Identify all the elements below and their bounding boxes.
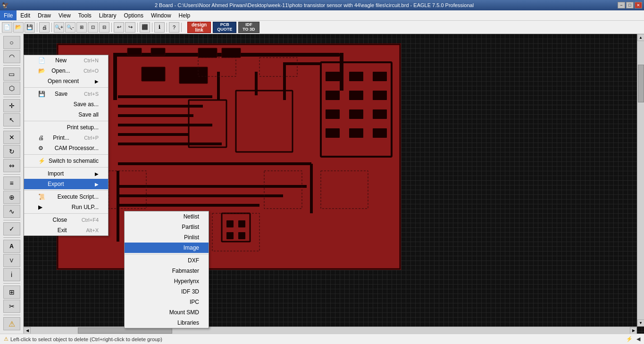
zoom-in-button[interactable]: 🔍+ <box>54 22 64 33</box>
export-ipc[interactable]: IPC <box>125 297 209 307</box>
design-link-button[interactable]: designlink <box>187 22 211 33</box>
open-shortcut: Ctrl+O <box>84 68 99 74</box>
menu-options[interactable]: Options <box>120 10 147 20</box>
info-tool[interactable]: i <box>3 268 20 281</box>
export-fabmaster[interactable]: Fabmaster <box>125 266 209 276</box>
value-tool[interactable]: V <box>3 254 20 267</box>
canvas-area[interactable]: 📄 New Ctrl+N 📂 Open... Ctrl+O Open recen… <box>24 34 644 334</box>
rotate-tool[interactable]: ↻ <box>3 145 20 158</box>
menu-edit[interactable]: Edit <box>17 10 34 20</box>
help-button[interactable]: ? <box>169 22 179 33</box>
warn-indicator[interactable]: ⚠ <box>3 317 20 330</box>
move-tool[interactable]: ✛ <box>3 99 20 112</box>
circle-tool[interactable]: ○ <box>3 36 20 49</box>
menu-file-exit[interactable]: Exit Alt+X <box>24 225 108 235</box>
fabmaster-label: Fabmaster <box>172 268 199 274</box>
export-netlist[interactable]: Netlist <box>125 211 209 222</box>
close-label: Close <box>52 217 67 223</box>
menu-file-close[interactable]: Close Ctrl+F4 <box>24 215 108 225</box>
export-image[interactable]: Image <box>125 243 209 253</box>
menu-file-print[interactable]: 🖨 Print... Ctrl+P <box>24 133 108 143</box>
pcb-quote-button[interactable]: PCBQUOTE <box>213 22 236 33</box>
zoom-actual-button[interactable]: ⊡ <box>88 22 98 33</box>
arc-tool[interactable]: ◠ <box>3 50 20 63</box>
svg-rect-6 <box>222 48 241 58</box>
menu-file-print-setup[interactable]: Print setup... <box>24 122 108 133</box>
undo-button[interactable]: ↩ <box>114 22 124 33</box>
ipc-label: IPC <box>190 299 199 305</box>
drc-tool[interactable]: ✓ <box>3 222 20 235</box>
vertical-scrollbar[interactable]: ▲ ▼ <box>637 34 644 327</box>
menu-tools[interactable]: Tools <box>75 10 95 20</box>
group-tool[interactable]: ⊞ <box>3 285 20 299</box>
maximize-button[interactable]: □ <box>626 2 634 8</box>
cut-tool[interactable]: ✂ <box>3 300 20 313</box>
menu-file-cam[interactable]: ⚙ CAM Processor... <box>24 143 108 153</box>
menu-file-open[interactable]: 📂 Open... Ctrl+O <box>24 66 108 76</box>
export-idf3d[interactable]: IDF 3D <box>125 286 209 297</box>
status-lightning-icon: ⚡ <box>626 336 633 342</box>
export-hyperlynx[interactable]: Hyperlynx <box>125 276 209 286</box>
menu-file-new[interactable]: 📄 New Ctrl+N <box>24 55 108 66</box>
export-partlist[interactable]: Partlist <box>125 222 209 232</box>
via-tool[interactable]: ⊕ <box>3 191 20 204</box>
new-button[interactable]: 📄 <box>2 22 12 33</box>
menu-draw[interactable]: Draw <box>34 10 55 20</box>
hscroll-track[interactable] <box>31 327 630 334</box>
horizontal-scrollbar[interactable]: ◀ ▶ <box>24 327 637 334</box>
open-button[interactable]: 📂 <box>13 22 24 33</box>
idf-3d-button[interactable]: IDFTO 3D <box>238 22 259 33</box>
rect-tool[interactable]: ▭ <box>3 67 20 81</box>
menu-file-switch-schematic[interactable]: ⚡ Switch to schematic <box>24 156 108 166</box>
close-button[interactable]: ✕ <box>635 2 642 8</box>
print-button[interactable]: 🖨 <box>39 22 50 33</box>
menu-file-execute-script[interactable]: 📜 Execute Script... <box>24 192 108 202</box>
vscroll-down[interactable]: ▼ <box>637 319 644 327</box>
vscroll-track[interactable] <box>638 41 644 319</box>
export-arrow: ▶ <box>95 182 99 187</box>
window-controls: − □ ✕ <box>618 2 642 8</box>
copper-tool[interactable]: ≡ <box>3 176 20 190</box>
mirror-tool[interactable]: ⇔ <box>3 159 20 172</box>
export-pinlist[interactable]: Pinlist <box>125 232 209 243</box>
svg-rect-5 <box>198 48 217 58</box>
minimize-button[interactable]: − <box>618 2 625 8</box>
menu-library[interactable]: Library <box>95 10 120 20</box>
svg-rect-21 <box>118 143 222 145</box>
menu-file-save[interactable]: 💾 Save Ctrl+S <box>24 89 108 99</box>
menu-file[interactable]: File <box>0 10 17 20</box>
zoom-fit-button[interactable]: ⊞ <box>76 22 87 33</box>
zoom-out-button[interactable]: 🔍- <box>65 22 75 33</box>
save-button[interactable]: 💾 <box>25 22 35 33</box>
menu-view[interactable]: View <box>55 10 75 20</box>
menu-file-import[interactable]: Import ▶ <box>24 168 108 179</box>
name-tool[interactable]: A <box>3 240 20 253</box>
hscroll-right[interactable]: ▶ <box>630 327 637 334</box>
vscroll-thumb[interactable] <box>638 65 644 102</box>
select-tool[interactable]: ↖ <box>3 113 20 126</box>
stop-button[interactable]: ⬛ <box>140 22 150 33</box>
menu-file-run-ulp[interactable]: ▶ Run ULP... <box>24 202 108 212</box>
export-libraries[interactable]: Libraries <box>125 318 209 328</box>
svg-rect-37 <box>217 72 220 100</box>
menu-file-export[interactable]: Export ▶ <box>24 179 108 189</box>
menu-file-open-recent[interactable]: Open recent ▶ <box>24 76 108 86</box>
zoom-sel-button[interactable]: ⊟ <box>99 22 109 33</box>
switch-schematic-label: Switch to schematic <box>49 158 99 164</box>
menu-help[interactable]: Help <box>175 10 194 20</box>
redo-button[interactable]: ↪ <box>125 22 135 33</box>
poly-tool[interactable]: ⬡ <box>3 82 20 95</box>
svg-rect-32 <box>326 128 340 138</box>
export-mount-smd[interactable]: Mount SMD <box>125 307 209 318</box>
delete-tool[interactable]: ✕ <box>3 131 20 144</box>
vscroll-up[interactable]: ▲ <box>637 34 644 41</box>
left-sidebar: ○ ◠ ▭ ⬡ ✛ ↖ ✕ ↻ ⇔ ≡ ⊕ ∿ ✓ A V i ⊞ ✂ ⚠ <box>0 34 24 334</box>
export-dxf[interactable]: DXF <box>125 255 209 266</box>
info-button[interactable]: ℹ <box>154 22 165 33</box>
svg-rect-54 <box>109 171 146 209</box>
hscroll-left[interactable]: ◀ <box>24 327 31 334</box>
menu-file-save-all[interactable]: Save all <box>24 109 108 120</box>
menu-window[interactable]: Window <box>147 10 175 20</box>
route-tool[interactable]: ∿ <box>3 205 20 218</box>
menu-file-save-as[interactable]: Save as... <box>24 99 108 109</box>
